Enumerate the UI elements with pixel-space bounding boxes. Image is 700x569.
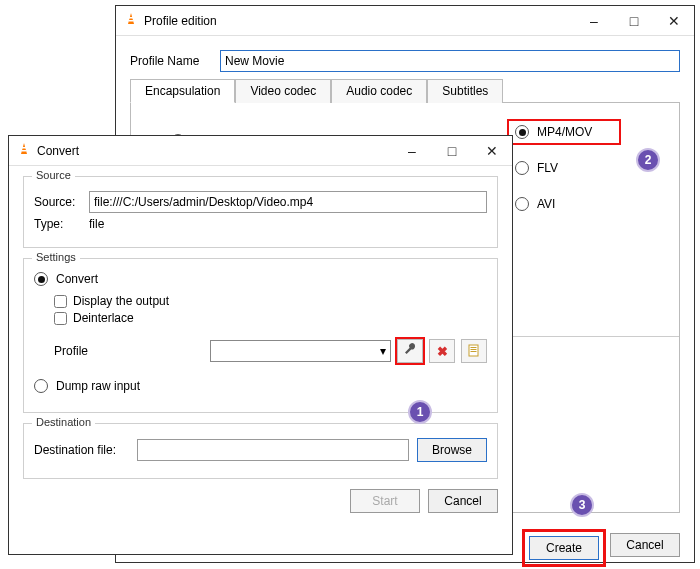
svg-rect-6 <box>469 345 478 356</box>
new-profile-button[interactable] <box>461 339 487 363</box>
convert-titlebar: Convert – □ ✕ <box>9 136 512 166</box>
badge-2: 2 <box>636 148 660 172</box>
format-mp4mov-radio[interactable]: MP4/MOV <box>509 121 619 143</box>
format-mp4mov-label: MP4/MOV <box>537 125 592 139</box>
deinterlace-checkbox[interactable]: Deinterlace <box>54 311 487 325</box>
profile-dropdown[interactable]: ▾ <box>210 340 391 362</box>
vlc-cone-icon <box>124 12 138 29</box>
edit-profile-button[interactable] <box>397 339 423 363</box>
profile-titlebar: Profile edition – □ ✕ <box>116 6 694 36</box>
destination-legend: Destination <box>32 416 95 428</box>
convert-window: Convert – □ ✕ Source Source: Type: file … <box>8 135 513 555</box>
display-output-label: Display the output <box>73 294 169 308</box>
profile-label: Profile <box>54 344 204 358</box>
convert-title: Convert <box>37 144 392 158</box>
convert-radio[interactable]: Convert <box>34 272 487 286</box>
badge-3: 3 <box>570 493 594 517</box>
maximize-button[interactable]: □ <box>614 7 654 35</box>
profile-name-label: Profile Name <box>130 54 220 68</box>
browse-button[interactable]: Browse <box>417 438 487 462</box>
convert-cancel-button[interactable]: Cancel <box>428 489 498 513</box>
x-red-icon: ✖ <box>437 344 448 359</box>
profile-cancel-button[interactable]: Cancel <box>610 533 680 557</box>
tab-subtitles[interactable]: Subtitles <box>427 79 503 103</box>
wrench-icon <box>403 343 417 360</box>
settings-group: Settings Convert Display the output Dein… <box>23 258 498 413</box>
convert-minimize-button[interactable]: – <box>392 137 432 165</box>
svg-rect-2 <box>129 20 134 22</box>
start-button[interactable]: Start <box>350 489 420 513</box>
svg-rect-8 <box>471 349 477 350</box>
tab-video-codec[interactable]: Video codec <box>235 79 331 103</box>
format-avi-label: AVI <box>537 197 555 211</box>
source-label: Source: <box>34 195 89 209</box>
type-label: Type: <box>34 217 89 231</box>
delete-profile-button[interactable]: ✖ <box>429 339 455 363</box>
convert-radio-label: Convert <box>56 272 98 286</box>
chevron-down-icon: ▾ <box>380 344 386 358</box>
svg-rect-1 <box>129 17 133 19</box>
vlc-cone-icon <box>17 142 31 159</box>
display-output-checkbox[interactable]: Display the output <box>54 294 487 308</box>
settings-legend: Settings <box>32 251 80 263</box>
new-doc-icon <box>467 343 481 360</box>
create-button[interactable]: Create <box>529 536 599 560</box>
svg-rect-7 <box>471 347 477 348</box>
profile-title: Profile edition <box>144 14 574 28</box>
badge-1: 1 <box>408 400 432 424</box>
dump-raw-radio[interactable]: Dump raw input <box>34 379 487 393</box>
close-button[interactable]: ✕ <box>654 7 694 35</box>
source-input[interactable] <box>89 191 487 213</box>
format-avi-radio[interactable]: AVI <box>509 193 649 215</box>
destination-file-label: Destination file: <box>34 443 129 457</box>
convert-body: Source Source: Type: file Settings Conve… <box>9 166 512 523</box>
convert-close-button[interactable]: ✕ <box>472 137 512 165</box>
svg-rect-9 <box>471 351 477 352</box>
svg-rect-4 <box>22 147 26 149</box>
deinterlace-label: Deinterlace <box>73 311 134 325</box>
type-value: file <box>89 217 104 231</box>
profile-tabs: Encapsulation Video codec Audio codec Su… <box>130 78 680 103</box>
dump-raw-label: Dump raw input <box>56 379 140 393</box>
tab-encapsulation[interactable]: Encapsulation <box>130 79 235 103</box>
format-flv-label: FLV <box>537 161 558 175</box>
destination-file-input[interactable] <box>137 439 409 461</box>
tab-audio-codec[interactable]: Audio codec <box>331 79 427 103</box>
convert-maximize-button[interactable]: □ <box>432 137 472 165</box>
minimize-button[interactable]: – <box>574 7 614 35</box>
destination-group: Destination Destination file: Browse <box>23 423 498 479</box>
source-legend: Source <box>32 169 75 181</box>
format-flv-radio[interactable]: FLV <box>509 157 649 179</box>
source-group: Source Source: Type: file <box>23 176 498 248</box>
svg-rect-5 <box>22 150 27 152</box>
profile-name-input[interactable] <box>220 50 680 72</box>
